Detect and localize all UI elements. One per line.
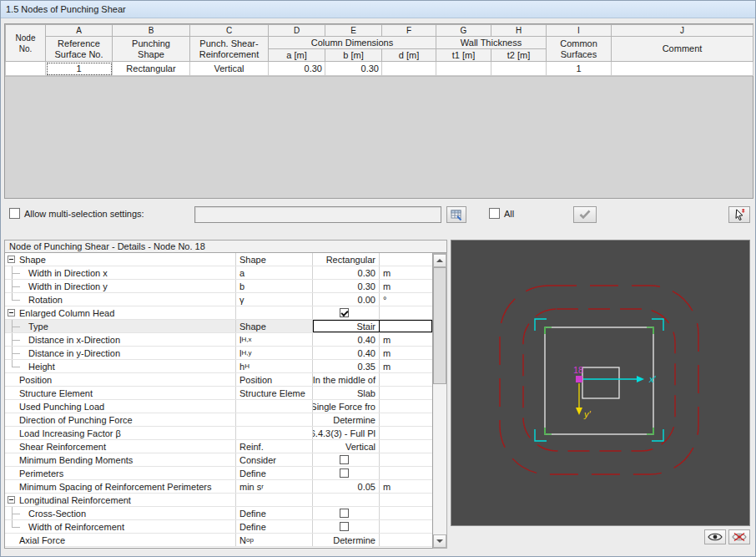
column-letter-g[interactable]: G [436,25,491,37]
unchecked-checkbox-icon[interactable] [340,468,349,478]
details-row[interactable]: PositionPositionIn the middle of [5,373,432,387]
details-value[interactable]: Determine [313,413,380,426]
thickness-t2-cell[interactable] [491,62,547,76]
details-value[interactable]: Rectangular [313,253,380,266]
details-value[interactable]: Vertical [313,440,380,453]
details-row[interactable]: Minimum Bending MomentsConsider [5,453,432,467]
select-node-graphically-button[interactable] [728,206,750,223]
column-group-column-dimensions[interactable]: Column Dimensions [269,37,436,49]
column-letter-c[interactable]: C [190,25,269,37]
dimension-b-cell[interactable]: 0.30 [325,62,382,76]
column-header-d[interactable]: d [m] [382,49,436,62]
dimension-a-cell[interactable]: 0.30 [269,62,325,76]
scroll-up-button[interactable] [433,254,446,267]
details-value[interactable]: Slab [313,387,380,399]
thickness-t1-cell[interactable] [436,62,491,76]
node-number-cell[interactable]: 18 [6,62,46,76]
details-row[interactable]: Axial ForceNopDetermine [5,534,432,547]
column-letter-j[interactable]: J [612,25,753,37]
details-value[interactable]: 0.35 [313,360,380,372]
unchecked-checkbox-icon[interactable] [340,509,349,518]
column-header-punching-shape[interactable]: Punching Shape [113,37,190,62]
unchecked-checkbox-icon[interactable] [340,522,349,531]
details-row[interactable]: PerimetersDefine [5,467,432,480]
details-row[interactable]: Direction of Punching ForceDetermine [5,413,432,427]
checkbox-icon[interactable] [9,208,20,219]
details-value[interactable]: Stair [313,320,380,332]
comment-cell[interactable] [612,62,753,76]
details-value[interactable]: In the middle of [313,373,380,386]
details-scrollbar[interactable] [433,253,447,549]
details-row[interactable]: Minimum Spacing of Reinforcement Perimet… [5,480,432,494]
reference-surface-cell[interactable]: 1 [46,62,113,76]
details-row[interactable]: Shear ReinforcementReinf.Vertical [5,440,432,453]
details-row[interactable]: Structure ElementStructure ElemeSlab [5,387,432,400]
shear-reinforcement-cell[interactable]: Vertical [190,62,269,76]
details-value[interactable] [313,453,380,466]
details-value[interactable]: 0.00 [313,293,380,306]
details-value[interactable]: Determine [313,534,380,546]
details-value[interactable] [313,507,380,519]
unchecked-checkbox-icon[interactable] [340,455,349,464]
details-value[interactable]: 6.4.3(3) - Full Pl [313,427,380,439]
details-row[interactable]: Width in Direction yb0.30m [5,280,432,293]
all-checkbox[interactable]: All [489,208,514,219]
all-checkbox-icon[interactable] [489,208,500,219]
details-row[interactable]: TypeShapeStair [5,320,432,333]
details-row[interactable]: Cross-SectionDefine [5,507,432,520]
column-letter-i[interactable]: I [547,25,612,37]
details-row[interactable]: Enlarged Column Head [5,306,432,320]
column-header-reference-surface[interactable]: Reference Surface No. [46,37,113,62]
common-surfaces-cell[interactable]: 1 [547,62,612,76]
column-letter-e[interactable]: E [325,25,382,37]
allow-multi-selection-checkbox[interactable]: Allow multi-selection settings: [9,208,144,219]
column-letter-h[interactable]: H [491,25,547,37]
column-letter-f[interactable]: F [382,25,436,37]
collapse-group-icon[interactable] [8,496,15,504]
details-value[interactable]: 0.05 [313,480,380,493]
multi-selection-input[interactable] [194,206,441,223]
details-row[interactable]: Rotationγ0.00° [5,293,432,306]
details-row[interactable]: Width of ReinforcementDefine [5,520,432,534]
details-row[interactable]: Longitudinal Reinforcement [5,494,432,507]
details-value[interactable] [313,520,380,533]
show-picture-button[interactable] [704,529,726,544]
details-value[interactable]: 0.40 [313,347,380,359]
column-letter-d[interactable]: D [269,25,325,37]
details-row[interactable]: Distance in y-DirectionlH,y0.40m [5,347,432,360]
column-header-comment[interactable]: Comment [612,37,753,62]
details-value[interactable]: Single Force fro [313,400,380,413]
details-row[interactable]: HeighthH0.35m [5,360,432,373]
apply-button[interactable] [573,206,597,223]
column-letter-a[interactable]: A [46,25,113,37]
details-row[interactable]: Width in Direction xa0.30m [5,266,432,280]
checked-checkbox-icon[interactable] [340,308,349,317]
details-value[interactable]: 0.30 [313,266,380,279]
column-letter-b[interactable]: B [113,25,190,37]
details-value[interactable]: 0.40 [313,333,380,346]
column-group-wall-thickness[interactable]: Wall Thickness [436,37,547,49]
column-header-t2[interactable]: t2 [m] [491,49,547,62]
hide-picture-button[interactable] [728,529,750,544]
details-row[interactable]: ShapeShapeRectangular [5,253,432,266]
details-row[interactable]: Load Increasing Factor β6.4.3(3) - Full … [5,427,432,440]
collapse-group-icon[interactable] [8,256,15,263]
scroll-down-button[interactable] [433,534,446,548]
column-header-node-no[interactable]: Node No. [6,25,46,62]
details-value[interactable] [313,467,380,479]
details-value[interactable] [313,494,380,506]
column-header-b[interactable]: b [m] [325,49,382,62]
punching-shape-cell[interactable]: Rectangular [113,62,190,76]
graphics-panel[interactable]: 18 x' y' [451,240,750,526]
collapse-group-icon[interactable] [8,309,15,316]
details-row[interactable]: Distance in x-DirectionlH,x0.40m [5,333,432,347]
column-header-common-surfaces[interactable]: Common Surfaces [547,37,612,62]
details-row[interactable]: Used Punching LoadSingle Force fro [5,400,432,413]
dimension-d-cell[interactable] [382,62,436,76]
column-header-shear-reinforcement[interactable]: Punch. Shear- Reinforcement [190,37,269,62]
scrollbar-thumb[interactable] [433,267,446,384]
column-header-t1[interactable]: t1 [m] [436,49,491,62]
details-value[interactable]: 0.30 [313,280,380,292]
details-value[interactable] [313,306,380,319]
column-header-a[interactable]: a [m] [269,49,325,62]
